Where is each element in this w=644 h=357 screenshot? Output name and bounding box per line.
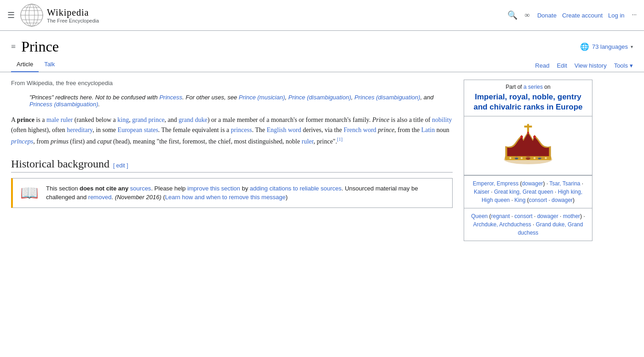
warning-any: any [118,185,128,192]
tabs-left: Article Talk [11,57,60,72]
warning-cite: cite [106,185,116,192]
svg-point-12 [525,156,530,160]
link-king[interactable]: king [117,116,129,123]
main-content: From Wikipedia, the free encyclopedia "P… [11,80,453,241]
link-great-king[interactable]: Great king, Great queen [494,189,553,195]
hatnote-text3: , [285,94,288,101]
link-grand-duke[interactable]: grand duke [178,116,207,123]
tabs-right: Read Edit View history Tools ▾ [535,62,633,72]
log-in-link[interactable]: Log in [608,12,624,19]
warning-link-sources[interactable]: sources [130,185,151,192]
link-english-word[interactable]: English word [267,127,301,133]
logo-title: Wikipedia [47,7,99,18]
link-archduke[interactable]: Archduke, Archduchess [473,221,531,228]
link-queen-consort[interactable]: consort [514,213,532,219]
link-kaiser[interactable]: Kaiser [474,189,489,195]
link-ruler[interactable]: ruler [302,138,314,144]
link-european-states[interactable]: European states [118,127,158,133]
tab-edit[interactable]: Edit [557,62,567,69]
link-emperor[interactable]: Emperor, Empress [473,180,518,187]
page-title: Prince [21,38,59,55]
link-emperor-dowager[interactable]: dowager [522,180,543,187]
tab-view-history[interactable]: View history [575,62,607,69]
warning-text-content: This section does not cite any sources. … [46,184,445,202]
link-king-dowager[interactable]: dowager [552,197,573,203]
prince-french-italic: prince [378,127,395,133]
hatnote-text1: "Princes" redirects here. Not to be conf… [29,94,159,101]
languages-chevron-icon: ▾ [631,44,633,49]
tabs-area: Article Talk Read Edit View history Tool… [0,57,644,72]
hatnote-link-princess[interactable]: Princess [159,94,182,101]
svg-rect-16 [524,126,532,127]
logo-link[interactable]: Wikipedia The Free Encyclopedia [20,4,99,27]
warning-link-adding-citations[interactable]: adding citations to reliable sources [250,185,341,192]
link-king-consort[interactable]: consort [529,197,547,203]
link-queen-mother[interactable]: mother [563,213,580,219]
tools-chevron-icon: ▾ [630,62,633,69]
hatnote-link-disambiguation[interactable]: Prince (disambiguation) [288,94,351,101]
svg-point-21 [521,157,523,159]
page-title-area: ≡ Prince 🌐 73 languages ▾ [0,31,644,55]
ref-1-link[interactable]: [1] [337,137,343,142]
from-wiki-label: From Wikipedia, the free encyclopedia [11,80,453,86]
link-french-word[interactable]: French word [344,127,376,133]
svg-point-19 [527,132,529,133]
link-princeps[interactable]: prīnceps [11,138,33,144]
section-edit-historical[interactable]: [ edit ] [113,162,128,169]
reading-mode-icon[interactable]: ∞ [525,11,530,19]
sidebar-crown-area [464,116,592,175]
link-queen-regnant[interactable]: regnant [491,213,510,219]
svg-point-18 [533,136,536,138]
link-hereditary[interactable]: hereditary [67,127,92,133]
svg-point-23 [545,157,546,159]
primus-italic: primus [51,138,69,144]
prince-italic: Prince [372,116,389,123]
warning-link-learn[interactable]: Learn how and when to remove this messag… [165,194,286,201]
link-tsar[interactable]: Tsar, Tsarina [549,180,580,187]
princeps-italic: prīnceps [11,138,33,144]
warning-link-improve[interactable]: improve this section [187,185,240,192]
svg-point-17 [520,136,523,138]
donate-link[interactable]: Donate [537,12,557,19]
link-nobility[interactable]: nobility [432,116,452,123]
svg-point-22 [534,157,535,159]
link-queen-dowager[interactable]: dowager [537,213,558,219]
hatnote-text6: . [98,101,100,108]
languages-label[interactable]: 73 languages [592,43,628,50]
link-latin[interactable]: Latin [421,127,435,133]
article-intro: A prince is a male ruler (ranked below a… [11,115,453,147]
hatnote-link-princes-disambiguation[interactable]: Princes (disambiguation) [355,94,420,101]
link-princess[interactable]: princess [231,127,252,133]
warning-link-removed[interactable]: removed [88,194,112,201]
create-account-link[interactable]: Create account [562,12,603,19]
more-options-icon[interactable]: ··· [632,12,637,19]
header-right: 🔍 ∞ Donate Create account Log in ··· [507,10,637,20]
tab-talk[interactable]: Talk [39,57,60,72]
link-king[interactable]: King [514,197,525,203]
hatnote: "Princes" redirects here. Not to be conf… [29,94,453,108]
hatnote-text2: . For other uses, see [182,94,239,101]
svg-point-14 [538,157,541,160]
tools-dropdown[interactable]: Tools ▾ [614,62,633,69]
tab-read[interactable]: Read [535,62,549,69]
hatnote-link-musician[interactable]: Prince (musician) [239,94,285,101]
prince-bold: prince [17,116,34,123]
sidebar-infobox: Part of a series on Imperial, royal, nob… [464,80,592,241]
page-title-right: 🌐 73 languages ▾ [580,42,633,51]
edit-link[interactable]: edit [116,162,125,169]
link-grand-prince[interactable]: grand prince [132,116,164,123]
search-icon[interactable]: 🔍 [507,10,518,20]
tab-article[interactable]: Article [11,57,39,72]
toc-toggle-icon[interactable]: ≡ [11,42,16,52]
crown-image [496,122,560,168]
sidebar-series-link[interactable]: a series [523,84,543,90]
hatnote-text5: , and [420,94,434,101]
link-queen[interactable]: Queen [471,213,488,219]
translate-icon: 🌐 [580,42,589,51]
hatnote-link-princess-disambiguation[interactable]: Princess (disambiguation) [29,101,98,108]
logo-text: Wikipedia The Free Encyclopedia [47,7,99,23]
hamburger-menu[interactable]: ☰ [7,10,15,20]
link-male-ruler[interactable]: male ruler [46,116,73,123]
logo-subtitle: The Free Encyclopedia [47,18,99,23]
sidebar-row-2: Queen (regnant · consort · dowager · mot… [464,208,592,241]
